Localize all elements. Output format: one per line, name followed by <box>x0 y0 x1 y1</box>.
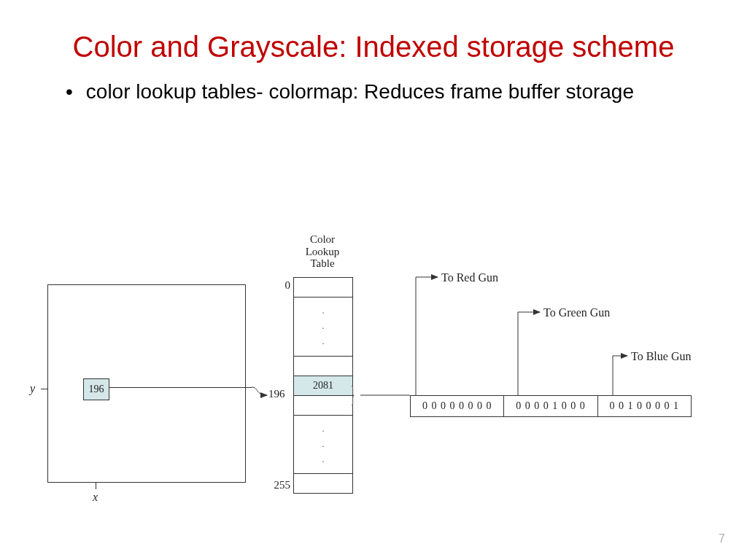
green-gun-label: To Green Gun <box>543 306 610 319</box>
bit-output-box: 0 0 0 0 0 0 0 0 0 0 0 0 1 0 0 0 0 0 1 0 … <box>410 395 692 417</box>
red-gun-label: To Red Gun <box>441 271 498 284</box>
frame-buffer-box: 196 y x <box>47 284 246 483</box>
blue-gun-label: To Blue Gun <box>631 350 691 363</box>
pixel-cell: 196 <box>83 378 109 400</box>
brace-icon: } <box>351 381 355 408</box>
clt-row-post-sel <box>294 396 352 416</box>
bullet-marker: • <box>66 79 73 105</box>
page-number: 7 <box>719 532 725 545</box>
x-tick <box>96 482 96 489</box>
connector-line <box>109 387 252 388</box>
clt-row-last: 255 <box>294 473 352 493</box>
green-byte: 0 0 0 0 1 0 0 0 <box>504 396 597 416</box>
color-lookup-table: 0 ... 2081 ... 255 <box>293 277 353 494</box>
y-axis-label: y <box>30 382 35 395</box>
clt-index-0: 0 <box>285 279 291 292</box>
clt-row-selected: 2081 <box>294 376 352 396</box>
clt-ellipsis-bottom: ... <box>294 416 352 474</box>
bullet-item: • color lookup tables- colormap: Reduces… <box>66 79 681 105</box>
clt-selected-index: 196 <box>268 388 285 400</box>
y-tick <box>41 389 48 389</box>
diagram: 196 y x Color Lookup Table 0 ... 2081 ..… <box>7 233 737 525</box>
clt-title: Color Lookup Table <box>293 233 352 270</box>
clt-row-pre-sel <box>294 356 352 376</box>
blue-byte: 0 0 1 0 0 0 0 1 <box>598 396 691 416</box>
clt-ellipsis-top: ... <box>294 298 352 356</box>
clt-row-first: 0 <box>294 278 352 298</box>
clt-selected-value: 2081 <box>313 380 333 392</box>
x-axis-label: x <box>93 491 98 504</box>
slide-title: Color and Grayscale: Indexed storage sch… <box>44 29 703 64</box>
red-byte: 0 0 0 0 0 0 0 0 <box>411 396 504 416</box>
bullet-text: color lookup tables- colormap: Reduces f… <box>86 79 634 105</box>
clt-index-255: 255 <box>274 479 291 491</box>
